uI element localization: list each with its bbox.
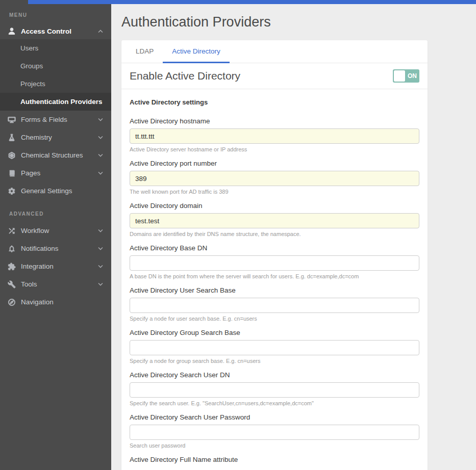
bell-icon (7, 244, 16, 253)
hexagon-icon (7, 151, 16, 160)
sidebar-item-label: Access Control (21, 28, 71, 35)
field-label: Active Directory Search User Password (130, 413, 419, 421)
sidebar-item-groups[interactable]: Groups (0, 57, 111, 75)
ad-port-input[interactable] (130, 171, 419, 186)
chevron-down-icon (98, 153, 103, 157)
field-help: Specify the search user. E.g. "SearchUse… (130, 400, 419, 406)
sidebar-item-general-settings[interactable]: General Settings (0, 182, 111, 200)
field-help: Domains are identified by their DNS name… (130, 231, 419, 237)
chevron-down-icon (98, 247, 103, 250)
main-content: Authentication Providers LDAP Active Dir… (111, 0, 476, 470)
sidebar-item-authentication-providers[interactable]: Authentication Providers (0, 93, 111, 111)
sidebar-item-label: Chemical Structures (21, 151, 83, 159)
monitor-icon (7, 115, 16, 124)
field-label: Active Directory domain (130, 202, 419, 210)
field-label: Active Directory Search User DN (130, 371, 419, 379)
sidebar-item-navigation[interactable]: Navigation (0, 293, 111, 311)
ad-domain-input[interactable] (130, 213, 419, 228)
active-directory-settings-section: Active Directory settings Active Directo… (121, 89, 428, 470)
provider-tabbar: LDAP Active Directory (121, 40, 428, 63)
sidebar-item-label: Workflow (21, 227, 49, 234)
sidebar-item-label: Forms & Fields (21, 116, 67, 123)
sidebar-item-access-control[interactable]: Access Control (0, 23, 111, 39)
field-help: The well known port for AD traffic is 38… (130, 189, 419, 195)
auth-providers-card: LDAP Active Directory Enable Active Dire… (121, 40, 428, 470)
field-ad-hostname: Active Directory hostname Active Directo… (130, 117, 419, 152)
shuffle-icon (7, 226, 16, 235)
field-label: Active Directory Base DN (130, 244, 419, 252)
sidebar-item-integration[interactable]: Integration (0, 257, 111, 275)
access-control-submenu: Users Groups Projects Authentication Pro… (0, 39, 111, 111)
sidebar-item-label: Authentication Providers (20, 98, 103, 106)
field-help: Active Directory server hostname or IP a… (130, 146, 419, 152)
field-ad-search-user-password: Active Directory Search User Password Se… (130, 413, 419, 449)
sidebar: MENU Access Control Users Groups Project… (0, 0, 111, 470)
tab-ldap[interactable]: LDAP (127, 40, 163, 63)
ad-user-search-base-input[interactable] (130, 298, 419, 313)
sidebar-item-notifications[interactable]: Notifications (0, 240, 111, 257)
ad-search-user-password-input[interactable] (130, 425, 419, 440)
field-ad-domain: Active Directory domain Domains are iden… (130, 202, 419, 237)
ad-search-user-dn-input[interactable] (130, 382, 419, 398)
field-ad-port: Active Directory port number The well kn… (130, 160, 419, 195)
sidebar-item-label: Pages (21, 169, 40, 177)
tab-active-directory[interactable]: Active Directory (163, 40, 230, 63)
chevron-down-icon (98, 229, 103, 232)
page-title: Authentication Providers (121, 14, 476, 30)
sidebar-item-label: Groups (20, 62, 43, 70)
sidebar-item-chemistry[interactable]: Chemistry (0, 128, 111, 146)
ad-base-dn-input[interactable] (130, 255, 419, 271)
enable-active-directory-row: Enable Active Directory ON (121, 63, 428, 89)
field-help: Specify a node for group search base. E.… (130, 358, 419, 364)
puzzle-icon (7, 262, 16, 271)
sidebar-item-label: Tools (21, 280, 37, 288)
enable-active-directory-toggle[interactable]: ON (393, 69, 419, 83)
sidebar-item-chemical-structures[interactable]: Chemical Structures (0, 146, 111, 164)
chevron-down-icon (98, 118, 103, 121)
field-label: Active Directory hostname (130, 117, 419, 125)
field-help: A base DN is the point from where the se… (130, 273, 419, 279)
wrench-icon (7, 280, 16, 289)
sidebar-item-workflow[interactable]: Workflow (0, 222, 111, 240)
top-app-bar (28, 0, 476, 4)
sidebar-item-pages[interactable]: Pages (0, 164, 111, 182)
field-label: Active Directory Full Name attribute (130, 456, 419, 463)
chevron-up-icon (98, 30, 103, 33)
book-icon (7, 169, 16, 177)
field-label: Active Directory User Search Base (130, 286, 419, 294)
sidebar-item-forms-fields[interactable]: Forms & Fields (0, 111, 111, 128)
sidebar-item-label: Users (20, 44, 38, 52)
flask-icon (7, 133, 16, 142)
sidebar-item-label: Chemistry (21, 134, 52, 141)
field-ad-search-user-dn: Active Directory Search User DN Specify … (130, 371, 419, 406)
field-ad-user-search-base: Active Directory User Search Base Specif… (130, 286, 419, 322)
sidebar-item-label: General Settings (21, 187, 72, 195)
chevron-down-icon (98, 265, 103, 268)
sidebar-item-label: Integration (21, 263, 54, 270)
toggle-handle (394, 70, 405, 82)
user-icon (7, 27, 16, 36)
field-label: Active Directory Group Search Base (130, 329, 419, 336)
field-ad-base-dn: Active Directory Base DN A base DN is th… (130, 244, 419, 279)
ad-hostname-input[interactable] (130, 128, 419, 144)
sidebar-item-tools[interactable]: Tools (0, 275, 111, 293)
sidebar-item-projects[interactable]: Projects (0, 75, 111, 93)
chevron-down-icon (98, 136, 103, 139)
field-ad-group-search-base: Active Directory Group Search Base Speci… (130, 329, 419, 364)
field-ad-full-name-attribute: Active Directory Full Name attribute (130, 456, 419, 463)
sidebar-section-advanced: ADVANCED (0, 200, 111, 222)
compass-icon (7, 298, 16, 306)
sidebar-item-users[interactable]: Users (0, 39, 111, 57)
gear-icon (7, 187, 16, 195)
field-label: Active Directory port number (130, 160, 419, 167)
field-help: Specify a node for user search base. E.g… (130, 316, 419, 322)
ad-group-search-base-input[interactable] (130, 340, 419, 355)
chevron-down-icon (98, 171, 103, 175)
sidebar-item-label: Notifications (21, 245, 59, 252)
chevron-down-icon (98, 282, 103, 286)
enable-active-directory-heading: Enable Active Directory (130, 70, 240, 82)
sidebar-item-label: Projects (20, 80, 45, 88)
sidebar-item-label: Navigation (21, 298, 54, 306)
field-help: Search user password (130, 442, 419, 449)
settings-section-heading: Active Directory settings (130, 98, 419, 106)
